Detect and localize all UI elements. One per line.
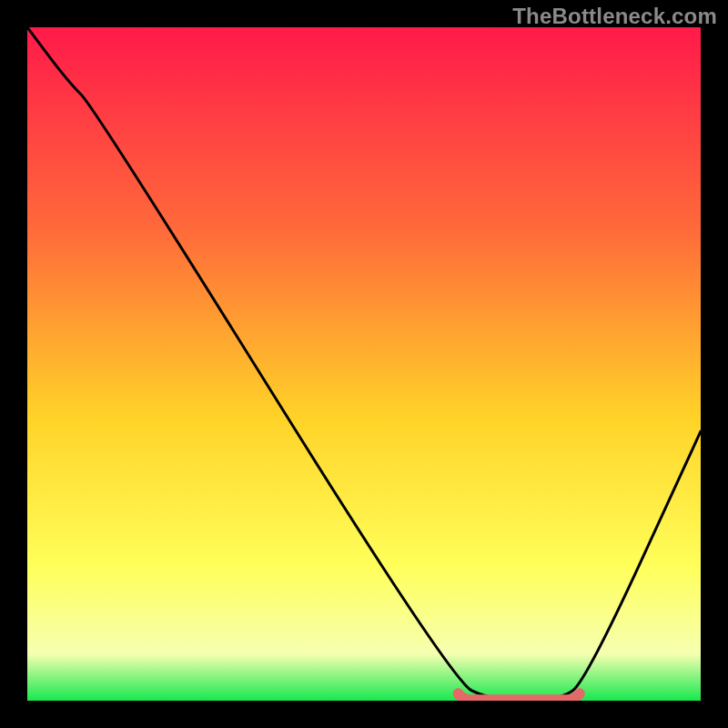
plot-area	[27, 27, 701, 701]
gradient-background	[27, 27, 701, 701]
chart-outer-frame: TheBottleneck.com	[0, 0, 728, 728]
chart-svg	[27, 27, 701, 701]
watermark-text: TheBottleneck.com	[512, 4, 717, 29]
flat-bottom-segment	[459, 693, 580, 700]
